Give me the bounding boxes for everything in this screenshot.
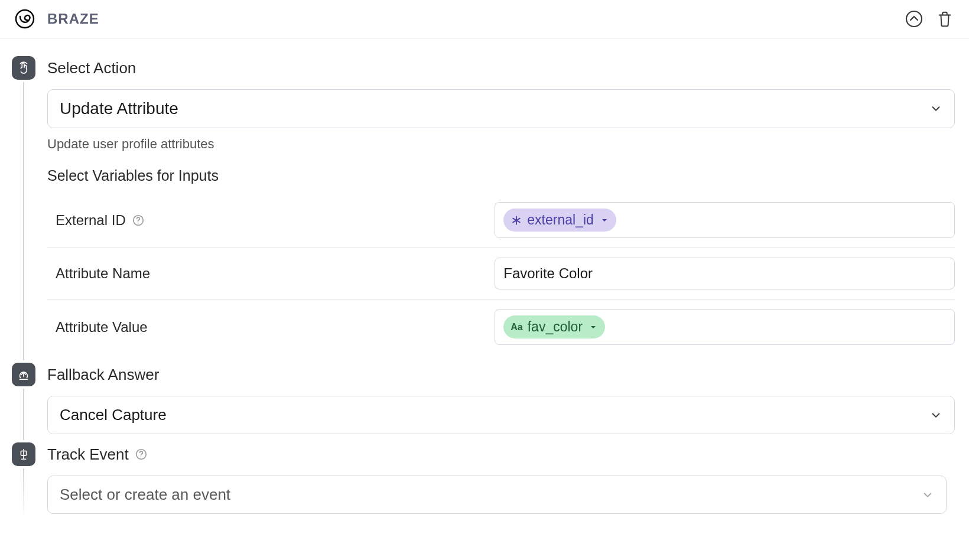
action-step-icon bbox=[12, 56, 35, 80]
var-label-text: Attribute Name bbox=[56, 265, 150, 282]
caret-down-icon bbox=[601, 217, 608, 224]
var-label-text: Attribute Value bbox=[56, 319, 148, 336]
chip-label: external_id bbox=[527, 212, 594, 228]
collapse-icon[interactable] bbox=[904, 9, 924, 29]
timeline-connector bbox=[23, 468, 24, 520]
fallback-step-icon bbox=[12, 363, 35, 386]
fallback-select[interactable]: Cancel Capture bbox=[47, 396, 955, 434]
svg-point-1 bbox=[906, 11, 922, 27]
caret-down-icon bbox=[590, 324, 597, 331]
action-select[interactable]: Update Attribute bbox=[47, 89, 955, 128]
chevron-down-icon bbox=[921, 489, 934, 502]
timeline bbox=[12, 56, 35, 363]
section-select-action: Select Action Update Attribute Update us… bbox=[12, 56, 955, 363]
var-label-attr-name: Attribute Name bbox=[47, 265, 483, 282]
external-id-input[interactable]: external_id bbox=[495, 202, 955, 238]
attr-value-variable-chip[interactable]: Aa fav_color bbox=[503, 315, 605, 338]
section-title-text: Track Event bbox=[47, 442, 129, 466]
svg-point-12 bbox=[141, 457, 141, 457]
brand-name: BRAZE bbox=[47, 11, 99, 27]
var-row-attr-value: Attribute Value Aa fav_color bbox=[47, 299, 955, 354]
track-event-placeholder: Select or create an event bbox=[60, 486, 230, 504]
timeline-connector bbox=[23, 82, 24, 360]
fallback-select-value: Cancel Capture bbox=[60, 406, 167, 424]
var-label-external-id: External ID bbox=[47, 212, 483, 229]
action-description: Update user profile attributes bbox=[47, 136, 955, 152]
var-row-external-id: External ID bbox=[47, 193, 955, 248]
section-fallback: Fallback Answer Cancel Capture bbox=[12, 363, 955, 442]
select-action-title: Select Action bbox=[47, 56, 955, 80]
var-row-attr-name: Attribute Name bbox=[47, 248, 955, 299]
attr-value-input[interactable]: Aa fav_color bbox=[495, 309, 955, 345]
chip-label: fav_color bbox=[528, 319, 583, 335]
timeline bbox=[12, 442, 35, 522]
chevron-down-icon bbox=[929, 102, 942, 115]
svg-point-3 bbox=[138, 222, 138, 223]
track-event-select[interactable]: Select or create an event bbox=[47, 476, 947, 514]
external-id-variable-chip[interactable]: external_id bbox=[503, 209, 616, 232]
help-icon[interactable] bbox=[132, 214, 145, 227]
fallback-title: Fallback Answer bbox=[47, 363, 955, 386]
asterisk-icon bbox=[510, 214, 522, 226]
braze-logo-icon bbox=[14, 8, 35, 30]
var-label-text: External ID bbox=[56, 212, 126, 229]
variables-header: Select Variables for Inputs bbox=[47, 167, 955, 184]
action-select-value: Update Attribute bbox=[60, 99, 178, 118]
help-icon[interactable] bbox=[135, 448, 148, 461]
attr-name-input[interactable] bbox=[495, 258, 955, 289]
track-step-icon bbox=[12, 442, 35, 466]
chevron-down-icon bbox=[929, 409, 942, 422]
timeline-connector bbox=[23, 389, 24, 440]
attr-name-field[interactable] bbox=[503, 265, 946, 282]
timeline bbox=[12, 363, 35, 442]
variables-group: Select Variables for Inputs External ID bbox=[47, 167, 955, 354]
brand: BRAZE bbox=[14, 8, 99, 30]
section-track-event: Track Event Select or create an event bbox=[12, 442, 955, 522]
var-label-attr-value: Attribute Value bbox=[47, 319, 483, 336]
content: Select Action Update Attribute Update us… bbox=[0, 38, 969, 540]
integration-header: BRAZE bbox=[0, 0, 969, 38]
text-type-icon: Aa bbox=[510, 322, 522, 333]
header-actions bbox=[904, 9, 955, 29]
trash-icon[interactable] bbox=[935, 9, 955, 29]
track-event-title: Track Event bbox=[47, 442, 955, 466]
